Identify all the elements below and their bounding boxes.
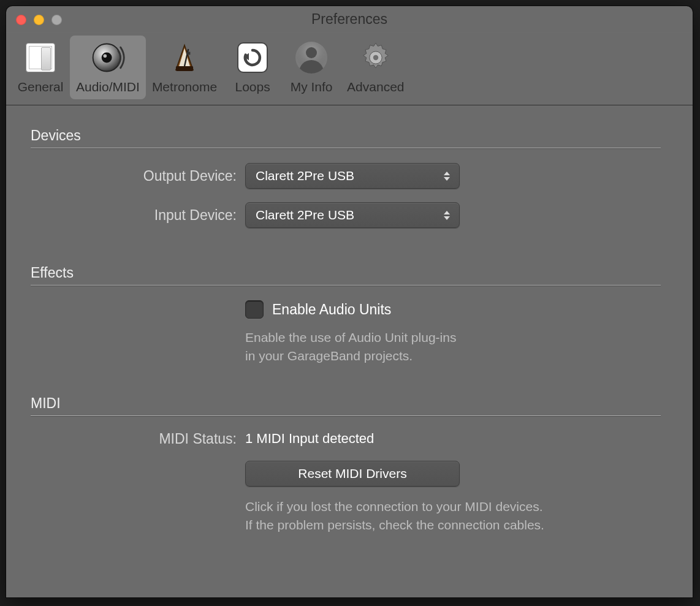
tab-loops-label: Loops [235,80,270,94]
preferences-window: Preferences General [6,6,693,597]
reset-midi-desc: Click if you lost the connection to your… [245,498,661,535]
reset-midi-drivers-label: Reset MIDI Drivers [298,466,406,481]
input-device-select[interactable]: Clarett 2Pre USB [245,202,460,228]
desc-line: If the problem persists, check the conne… [245,516,661,534]
close-window-button[interactable] [16,15,26,25]
titlebar: Preferences [6,6,693,33]
divider [31,285,661,286]
enable-audio-units-desc: Enable the use of Audio Unit plug-ins in… [245,328,661,366]
row-input-device: Input Device: Clarett 2Pre USB [31,202,661,228]
tab-metronome-label: Metronome [152,80,217,94]
input-device-value: Clarett 2Pre USB [256,208,354,222]
speaker-icon [89,39,126,76]
window-title: Preferences [311,11,387,28]
tab-loops[interactable]: Loops [223,36,282,99]
divider [31,415,661,416]
tab-audio-midi-label: Audio/MIDI [76,80,140,94]
midi-status-label: MIDI Status: [31,431,245,447]
zoom-window-button[interactable] [51,15,62,25]
section-midi-title: MIDI [31,395,661,412]
traffic-lights [16,15,62,25]
chevron-updown-icon [442,170,452,182]
svg-point-1 [102,53,112,63]
switch-icon [22,39,59,76]
loop-icon [234,39,271,76]
desc-line: in your GarageBand projects. [245,347,661,365]
chevron-updown-icon [442,209,452,221]
svg-point-10 [373,55,378,60]
tab-general[interactable]: General [11,36,70,99]
row-midi-status: MIDI Status: 1 MIDI Input detected [31,431,661,447]
input-device-label: Input Device: [31,207,245,224]
output-device-label: Output Device: [31,168,245,184]
svg-rect-5 [176,66,193,71]
desc-line: Click if you lost the connection to your… [245,498,661,516]
tab-my-info[interactable]: My Info [282,36,341,99]
tab-my-info-label: My Info [291,80,333,94]
section-effects-title: Effects [31,265,661,281]
svg-point-2 [103,54,107,58]
minimize-window-button[interactable] [34,15,44,25]
enable-audio-units-label: Enable Audio Units [272,301,391,318]
tab-audio-midi[interactable]: Audio/MIDI [70,36,146,99]
person-icon [293,39,330,76]
section-devices-title: Devices [31,127,661,144]
row-enable-au: Enable Audio Units Enable the use of Aud… [31,300,661,366]
reset-midi-drivers-button[interactable]: Reset MIDI Drivers [245,461,460,487]
tab-metronome[interactable]: Metronome [146,36,223,99]
output-device-select[interactable]: Clarett 2Pre USB [245,163,460,189]
divider [31,148,661,148]
enable-audio-units-checkbox[interactable] [245,300,264,319]
gear-icon [357,39,394,76]
desc-line: Enable the use of Audio Unit plug-ins [245,328,661,347]
tab-advanced-label: Advanced [347,80,404,94]
metronome-icon [166,39,203,76]
row-output-device: Output Device: Clarett 2Pre USB [31,163,661,189]
tab-general-label: General [18,80,64,94]
tab-advanced[interactable]: Advanced [341,36,410,99]
row-reset-midi: Reset MIDI Drivers Click if you lost the… [31,461,661,535]
svg-rect-7 [186,52,190,55]
output-device-value: Clarett 2Pre USB [256,169,354,183]
preferences-content: Devices Output Device: Clarett 2Pre USB … [6,105,693,597]
midi-status-value: 1 MIDI Input detected [245,431,374,446]
preferences-toolbar: General [6,33,693,105]
